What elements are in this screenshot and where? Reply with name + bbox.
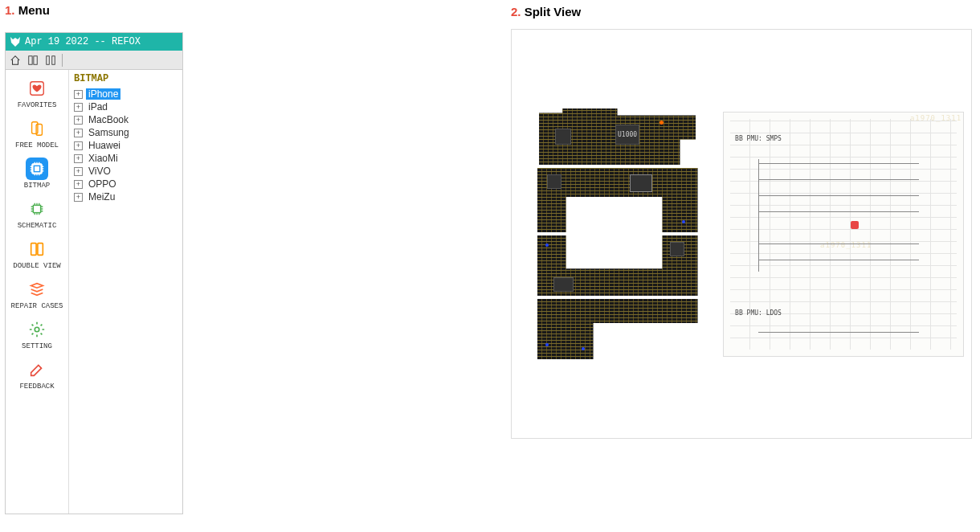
- chip-label: U1000: [618, 131, 637, 138]
- tree-item-xiaomi[interactable]: +XiaoMi: [74, 152, 178, 165]
- tree-item-meizu[interactable]: +MeiZu: [74, 190, 178, 203]
- expand-icon[interactable]: +: [74, 167, 83, 176]
- heart-icon: [26, 77, 48, 100]
- svg-rect-7: [32, 164, 43, 174]
- sidebar-item-favorites[interactable]: FAVORITES: [6, 74, 68, 114]
- chip-icon: [26, 158, 48, 180]
- expand-icon[interactable]: +: [74, 180, 83, 189]
- expand-icon[interactable]: +: [74, 129, 83, 137]
- tree-label: Huawei: [86, 140, 123, 151]
- columns-icon: [26, 238, 48, 260]
- svg-point-12: [35, 327, 39, 332]
- fox-logo-icon: [9, 35, 22, 48]
- svg-rect-1: [34, 55, 37, 64]
- sidebar-label: FEEDBACK: [19, 383, 54, 391]
- pcb-board-4: [537, 299, 698, 359]
- pcb-board-1: U1000: [539, 108, 696, 165]
- toolbar: [6, 51, 182, 70]
- layers-icon: [26, 278, 48, 301]
- sidebar-label: FAVORITES: [18, 101, 57, 109]
- pencil-icon: [26, 358, 48, 381]
- menu-panel: Apr 19 2022 -- REFOX FAVORITESFREE MODEL…: [5, 32, 183, 514]
- tree-panel: BITMAP +iPhone+iPad+MacBook+Samsung+Huaw…: [68, 70, 182, 514]
- sidebar-item-bitmap[interactable]: BITMAP: [6, 154, 68, 194]
- sidebar-item-double-view[interactable]: DOUBLE VIEW: [6, 235, 68, 275]
- schematic-diagram: a1970_1311 a1970_1311 BB PMU: SMPS BB PM…: [723, 112, 964, 357]
- schematic-view[interactable]: a1970_1311 a1970_1311 BB PMU: SMPS BB PM…: [723, 54, 971, 414]
- expand-icon[interactable]: +: [74, 90, 83, 99]
- svg-rect-2: [47, 55, 50, 64]
- sidebar-label: SETTING: [22, 342, 52, 350]
- sidebar-label: SCHEMATIC: [18, 222, 57, 230]
- section-text-split: Split View: [525, 5, 582, 18]
- expand-icon[interactable]: +: [74, 193, 83, 202]
- panel-icon[interactable]: [27, 54, 39, 67]
- svg-rect-3: [52, 55, 55, 64]
- cpu-icon: [26, 198, 48, 220]
- section-label-split: 2. Split View: [511, 5, 581, 18]
- svg-rect-5: [32, 122, 38, 134]
- tree-item-samsung[interactable]: +Samsung: [74, 126, 178, 139]
- tree-label: Samsung: [86, 127, 132, 138]
- phones-icon: [26, 117, 48, 140]
- titlebar-text: Apr 19 2022 -- REFOX: [25, 36, 141, 47]
- gear-icon: [26, 318, 48, 341]
- split-view-panel: U1000 a1970_: [511, 29, 972, 439]
- titlebar: Apr 19 2022 -- REFOX: [6, 33, 182, 51]
- section-label-menu: 1. Menu: [5, 3, 50, 17]
- expand-icon[interactable]: +: [74, 154, 83, 163]
- sidebar-label: BITMAP: [24, 182, 50, 190]
- sidebar-item-repair-cases[interactable]: REPAIR CASES: [6, 275, 68, 315]
- pcb-board-3: [537, 235, 698, 296]
- svg-rect-11: [38, 243, 43, 256]
- expand-icon[interactable]: +: [74, 141, 83, 150]
- tree-label: XiaoMi: [86, 153, 120, 164]
- tree-header: BITMAP: [74, 73, 178, 84]
- tree-item-huawei[interactable]: +Huawei: [74, 139, 178, 152]
- sidebar-item-setting[interactable]: SETTING: [6, 315, 68, 355]
- sidebar-label: FREE MODEL: [15, 141, 59, 149]
- svg-rect-0: [29, 55, 32, 64]
- sidebar-item-schematic[interactable]: SCHEMATIC: [6, 194, 68, 235]
- expand-icon[interactable]: +: [74, 103, 83, 112]
- section-num-2: 2.: [511, 5, 521, 18]
- svg-rect-10: [31, 243, 36, 256]
- tree-label: MeiZu: [86, 191, 117, 203]
- tree-label: MacBook: [86, 114, 131, 125]
- home-icon[interactable]: [9, 54, 22, 67]
- pcb-stack: U1000: [537, 108, 698, 359]
- svg-rect-9: [33, 205, 40, 212]
- sidebar-item-feedback[interactable]: FEEDBACK: [6, 355, 68, 395]
- pcb-view[interactable]: U1000: [512, 54, 723, 414]
- sidebar-item-free-model[interactable]: FREE MODEL: [6, 114, 68, 154]
- tree-label: OPPO: [86, 178, 119, 190]
- sidebar-label: DOUBLE VIEW: [13, 262, 60, 270]
- toolbar-separator: [62, 54, 63, 67]
- columns-icon[interactable]: [44, 54, 57, 67]
- tree-label: ViVO: [86, 166, 113, 177]
- sidebar-label: REPAIR CASES: [11, 302, 63, 310]
- tree-item-vivo[interactable]: +ViVO: [74, 165, 178, 178]
- section-text-menu: Menu: [18, 3, 50, 17]
- section-num-1: 1.: [5, 3, 15, 17]
- tree-label: iPad: [86, 101, 110, 113]
- pcb-board-2: [537, 168, 698, 232]
- tree-item-oppo[interactable]: +OPPO: [74, 178, 178, 190]
- sidebar: FAVORITESFREE MODELBITMAPSCHEMATICDOUBLE…: [6, 70, 68, 514]
- tree-label: iPhone: [86, 88, 120, 100]
- tree-item-iphone[interactable]: +iPhone: [74, 88, 178, 100]
- tree-item-macbook[interactable]: +MacBook: [74, 113, 178, 126]
- main-area: FAVORITESFREE MODELBITMAPSCHEMATICDOUBLE…: [6, 70, 182, 514]
- tree-item-ipad[interactable]: +iPad: [74, 100, 178, 113]
- expand-icon[interactable]: +: [74, 116, 83, 125]
